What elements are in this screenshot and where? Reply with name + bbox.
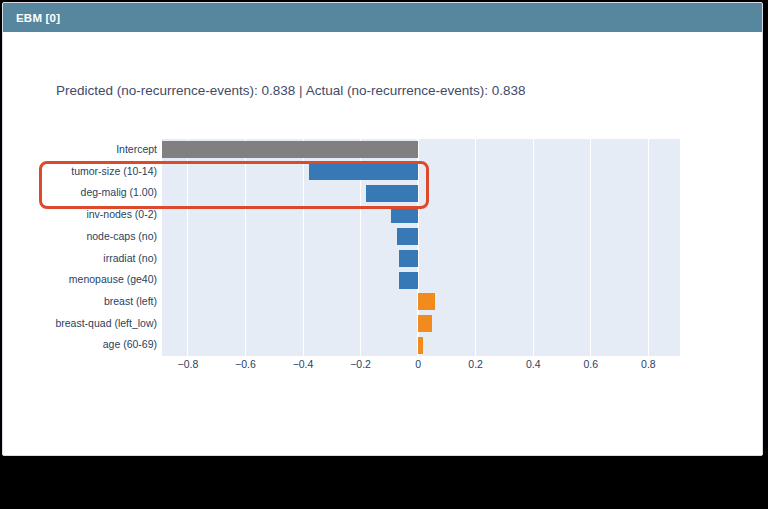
grid-line [245, 139, 246, 356]
x-axis-ticks: −0.8−0.6−0.4−0.200.20.40.60.8 [162, 358, 680, 374]
bar-intercept [162, 141, 418, 158]
bar-irradiat-no [399, 250, 418, 267]
grid-line [475, 139, 476, 356]
bar-breast-quad-left-low [418, 315, 432, 332]
y-label-2: deg-malig (1.00) [31, 182, 157, 204]
grid-line [187, 139, 188, 356]
y-label-1: tumor-size (10-14) [31, 161, 157, 183]
chart-plot-wrap: Intercepttumor-size (10-14)deg-malig (1.… [3, 3, 763, 456]
y-label-6: menopause (ge40) [31, 269, 157, 291]
y-label-4: node-caps (no) [31, 226, 157, 248]
y-label-3: inv-nodes (0-2) [31, 204, 157, 226]
grid-line [648, 139, 649, 356]
x-tick-label-1: −0.6 [235, 358, 256, 370]
bar-inv-nodes-0-2 [391, 206, 418, 223]
page-background: { "window": { "header_title": "EBM [0]" … [0, 0, 768, 509]
bar-deg-malig-1-00 [366, 185, 418, 202]
x-tick-label-4: 0 [415, 358, 421, 370]
y-axis-labels: Intercepttumor-size (10-14)deg-malig (1.… [31, 139, 157, 356]
grid-line [533, 139, 534, 356]
grid-line [590, 139, 591, 356]
x-tick-label-0: −0.8 [178, 358, 199, 370]
x-tick-label-6: 0.4 [526, 358, 541, 370]
x-tick-label-5: 0.2 [468, 358, 483, 370]
ebm-explanation-card: EBM [0] Predicted (no-recurrence-events)… [2, 2, 763, 456]
x-tick-label-3: −0.2 [350, 358, 371, 370]
y-label-5: irradiat (no) [31, 248, 157, 270]
bar-menopause-ge40 [399, 272, 418, 289]
bar-tumor-size-10-14 [309, 163, 418, 180]
plot-area [162, 139, 680, 356]
bar-node-caps-no [397, 228, 419, 245]
x-tick-label-8: 0.8 [641, 358, 656, 370]
y-label-9: age (60-69) [31, 334, 157, 356]
y-label-8: breast-quad (left_low) [31, 313, 157, 335]
grid-line [303, 139, 304, 356]
x-tick-label-7: 0.6 [583, 358, 598, 370]
y-label-0: Intercept [31, 139, 157, 161]
bar-breast-left [418, 293, 435, 310]
bar-age-60-69 [418, 337, 423, 354]
y-label-7: breast (left) [31, 291, 157, 313]
x-tick-label-2: −0.4 [293, 358, 314, 370]
